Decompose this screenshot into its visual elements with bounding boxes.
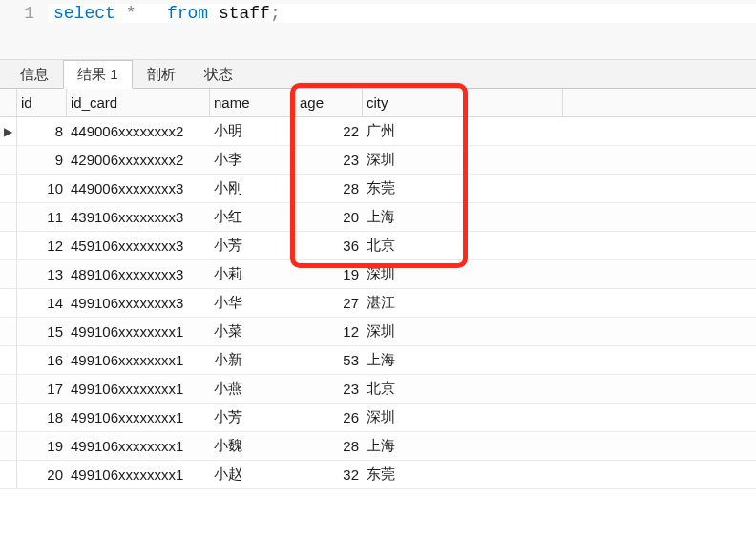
cell-name[interactable]: 小燕 [210, 375, 296, 403]
cell-name[interactable]: 小刚 [210, 175, 296, 202]
col-header-id-card[interactable]: id_card [67, 89, 210, 116]
cell-name[interactable]: 小魏 [210, 432, 296, 460]
cell-name[interactable]: 小芳 [210, 232, 296, 259]
row-selector[interactable] [0, 203, 17, 231]
cell-id[interactable]: 13 [17, 260, 67, 288]
table-row[interactable]: 13489106xxxxxxxx3小莉19深圳 [0, 260, 756, 289]
cell-id[interactable]: 15 [17, 318, 67, 345]
cell-id-card[interactable]: 499106xxxxxxxx3 [67, 289, 210, 317]
cell-name[interactable]: 小华 [210, 289, 296, 317]
cell-id-card[interactable]: 429006xxxxxxxx2 [67, 146, 210, 174]
cell-id[interactable]: 20 [17, 461, 67, 488]
table-row[interactable]: 12459106xxxxxxxx3小芳36北京 [0, 232, 756, 260]
cell-name[interactable]: 小莉 [210, 260, 296, 288]
row-selector[interactable]: ▶ [0, 117, 17, 145]
cell-id-card[interactable]: 459106xxxxxxxx3 [67, 232, 210, 259]
table-row[interactable]: 15499106xxxxxxxx1小菜12深圳 [0, 318, 756, 346]
row-selector[interactable] [0, 318, 17, 345]
cell-age[interactable]: 19 [296, 260, 363, 288]
cell-id-card[interactable]: 499106xxxxxxxx1 [67, 432, 210, 460]
cell-age[interactable]: 28 [296, 432, 363, 460]
cell-city[interactable]: 广州 [363, 117, 468, 145]
cell-id[interactable]: 9 [17, 146, 67, 174]
cell-name[interactable]: 小明 [210, 117, 296, 145]
cell-id[interactable]: 17 [17, 375, 67, 403]
cell-city[interactable]: 上海 [363, 432, 468, 460]
table-row[interactable]: 14499106xxxxxxxx3小华27湛江 [0, 289, 756, 318]
cell-age[interactable]: 36 [296, 232, 363, 259]
cell-id-card[interactable]: 499106xxxxxxxx1 [67, 346, 210, 374]
cell-city[interactable]: 北京 [363, 375, 468, 403]
row-selector[interactable] [0, 289, 17, 317]
cell-id-card[interactable]: 499106xxxxxxxx1 [67, 461, 210, 488]
cell-name[interactable]: 小芳 [210, 404, 296, 431]
cell-id-card[interactable]: 449006xxxxxxxx2 [67, 117, 210, 145]
cell-age[interactable]: 22 [296, 117, 363, 145]
row-selector[interactable] [0, 175, 17, 202]
cell-city[interactable]: 北京 [363, 232, 468, 259]
cell-id-card[interactable]: 499106xxxxxxxx1 [67, 404, 210, 431]
row-selector[interactable] [0, 432, 17, 460]
cell-id-card[interactable]: 499106xxxxxxxx1 [67, 375, 210, 403]
cell-name[interactable]: 小红 [210, 203, 296, 231]
cell-id-card[interactable]: 439106xxxxxxxx3 [67, 203, 210, 231]
code-line[interactable]: select * from staff; [48, 4, 756, 23]
row-selector[interactable] [0, 404, 17, 431]
cell-city[interactable]: 深圳 [363, 318, 468, 345]
sql-editor[interactable]: 1 select * from staff; [0, 0, 756, 60]
cell-age[interactable]: 23 [296, 146, 363, 174]
row-selector[interactable] [0, 260, 17, 288]
cell-name[interactable]: 小菜 [210, 318, 296, 345]
table-row[interactable]: 9429006xxxxxxxx2小李23深圳 [0, 146, 756, 175]
table-row[interactable]: 17499106xxxxxxxx1小燕23北京 [0, 375, 756, 404]
cell-id-card[interactable]: 499106xxxxxxxx1 [67, 318, 210, 345]
cell-id-card[interactable]: 489106xxxxxxxx3 [67, 260, 210, 288]
table-row[interactable]: 10449006xxxxxxxx3小刚28东莞 [0, 175, 756, 203]
cell-age[interactable]: 32 [296, 461, 363, 488]
col-header-name[interactable]: name [210, 89, 296, 116]
col-header-id[interactable]: id [17, 89, 67, 116]
table-row[interactable]: 18499106xxxxxxxx1小芳26深圳 [0, 404, 756, 432]
row-selector[interactable] [0, 461, 17, 488]
cell-id[interactable]: 8 [17, 117, 67, 145]
cell-id[interactable]: 19 [17, 432, 67, 460]
result-grid[interactable]: id id_card name age city ▶8449006xxxxxxx… [0, 89, 756, 489]
row-selector[interactable] [0, 346, 17, 374]
cell-name[interactable]: 小赵 [210, 461, 296, 488]
cell-city[interactable]: 深圳 [363, 260, 468, 288]
tab-info[interactable]: 信息 [6, 60, 63, 88]
cell-city[interactable]: 深圳 [363, 404, 468, 431]
cell-age[interactable]: 28 [296, 175, 363, 202]
cell-city[interactable]: 深圳 [363, 146, 468, 174]
cell-name[interactable]: 小李 [210, 146, 296, 174]
tab-profile[interactable]: 剖析 [133, 60, 190, 88]
cell-age[interactable]: 23 [296, 375, 363, 403]
row-selector[interactable] [0, 232, 17, 259]
cell-city[interactable]: 湛江 [363, 289, 468, 317]
tab-status[interactable]: 状态 [190, 60, 247, 88]
table-row[interactable]: ▶8449006xxxxxxxx2小明22广州 [0, 117, 756, 146]
col-header-age[interactable]: age [296, 89, 363, 116]
cell-age[interactable]: 53 [296, 346, 363, 374]
cell-age[interactable]: 12 [296, 318, 363, 345]
table-row[interactable]: 11439106xxxxxxxx3小红20上海 [0, 203, 756, 232]
table-row[interactable]: 16499106xxxxxxxx1小新53上海 [0, 346, 756, 375]
tab-result-1[interactable]: 结果 1 [63, 60, 133, 89]
cell-id[interactable]: 16 [17, 346, 67, 374]
cell-id[interactable]: 11 [17, 203, 67, 231]
row-selector[interactable] [0, 375, 17, 403]
table-row[interactable]: 20499106xxxxxxxx1小赵32东莞 [0, 461, 756, 489]
cell-age[interactable]: 27 [296, 289, 363, 317]
cell-city[interactable]: 上海 [363, 203, 468, 231]
cell-id[interactable]: 18 [17, 404, 67, 431]
col-header-city[interactable]: city [363, 89, 468, 116]
cell-age[interactable]: 26 [296, 404, 363, 431]
row-selector[interactable] [0, 146, 17, 174]
cell-id[interactable]: 12 [17, 232, 67, 259]
cell-id[interactable]: 10 [17, 175, 67, 202]
cell-city[interactable]: 东莞 [363, 461, 468, 488]
cell-id[interactable]: 14 [17, 289, 67, 317]
table-row[interactable]: 19499106xxxxxxxx1小魏28上海 [0, 432, 756, 461]
cell-city[interactable]: 上海 [363, 346, 468, 374]
cell-city[interactable]: 东莞 [363, 175, 468, 202]
